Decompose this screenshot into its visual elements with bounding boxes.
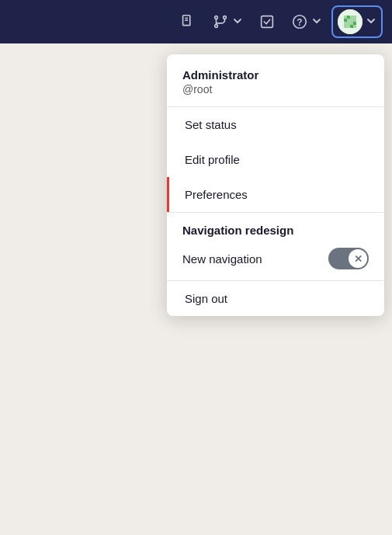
avatar-button[interactable] bbox=[331, 5, 383, 38]
nav-redesign-section: Navigation redesign New navigation ✕ bbox=[167, 213, 384, 281]
help-button[interactable]: ? bbox=[285, 9, 328, 35]
menu-items-section: Set status Edit profile Preferences bbox=[167, 107, 384, 213]
new-navigation-label: New navigation bbox=[182, 252, 262, 266]
admin-handle: @root bbox=[182, 83, 369, 96]
svg-text:?: ? bbox=[297, 17, 302, 28]
merge-requests-button[interactable] bbox=[206, 9, 249, 35]
user-info-section: Administrator @root bbox=[167, 54, 384, 107]
toggle-off-icon: ✕ bbox=[354, 254, 363, 264]
svg-point-4 bbox=[224, 16, 227, 19]
avatar bbox=[338, 9, 363, 34]
svg-rect-14 bbox=[344, 16, 347, 19]
svg-rect-11 bbox=[350, 16, 356, 22]
todo-button[interactable] bbox=[252, 9, 282, 35]
pages-button[interactable] bbox=[173, 9, 203, 35]
edit-profile-item[interactable]: Edit profile bbox=[167, 142, 384, 177]
svg-rect-6 bbox=[262, 16, 273, 28]
toggle-track[interactable]: ✕ bbox=[328, 248, 369, 269]
navbar: ? bbox=[0, 0, 392, 43]
svg-rect-15 bbox=[347, 19, 350, 22]
pages-icon bbox=[179, 13, 196, 30]
user-dropdown-menu: Administrator @root Set status Edit prof… bbox=[167, 54, 384, 316]
todo-icon bbox=[258, 13, 276, 30]
help-icon: ? bbox=[291, 13, 308, 30]
merge-requests-icon bbox=[212, 13, 229, 30]
svg-point-3 bbox=[215, 16, 218, 19]
admin-name: Administrator bbox=[182, 68, 369, 82]
toggle-knob: ✕ bbox=[349, 249, 367, 268]
new-navigation-toggle[interactable]: ✕ bbox=[328, 248, 369, 269]
sign-out-item[interactable]: Sign out bbox=[167, 281, 384, 316]
svg-rect-12 bbox=[344, 22, 350, 28]
preferences-item[interactable]: Preferences bbox=[167, 177, 384, 212]
svg-rect-17 bbox=[353, 25, 356, 28]
set-status-item[interactable]: Set status bbox=[167, 107, 384, 142]
svg-point-5 bbox=[215, 25, 218, 28]
avatar-chevron-icon bbox=[366, 16, 376, 29]
merge-requests-chevron bbox=[232, 16, 243, 29]
svg-rect-16 bbox=[350, 22, 353, 25]
avatar-image bbox=[338, 9, 363, 34]
new-navigation-row: New navigation ✕ bbox=[182, 245, 369, 273]
nav-section-title: Navigation redesign bbox=[182, 224, 369, 237]
help-chevron bbox=[311, 16, 322, 29]
sign-out-section: Sign out bbox=[167, 281, 384, 316]
